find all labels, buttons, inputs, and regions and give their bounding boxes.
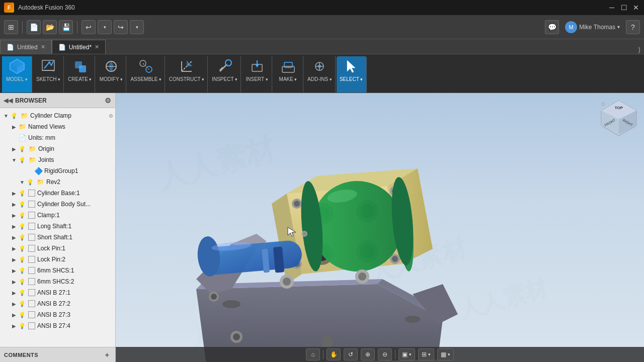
eye-origin-icon[interactable]: 💡 [18, 145, 26, 153]
expand-ansi-b-27-1[interactable]: ▶ [10, 287, 18, 298]
checkbox-ansi-b-27-4[interactable] [28, 322, 35, 329]
collapse-browser-button[interactable]: ◀◀ [4, 97, 12, 105]
tab-untitled-modified[interactable]: 📄 Untitled* ✕ [52, 40, 106, 54]
ribbon-group-sketch[interactable]: SKETCH [33, 56, 64, 93]
tree-item-lock-pin-1[interactable]: ▶ 💡 Lock Pin:1 [0, 243, 115, 254]
undo-dropdown[interactable]: ▾ [98, 20, 112, 34]
checkbox-cylinder-body[interactable] [28, 201, 35, 208]
expand-long-shaft[interactable]: ▶ [10, 221, 18, 232]
tree-item-lock-pin-2[interactable]: ▶ 💡 Lock Pin:2 [0, 254, 115, 265]
tree-item-ansi-b-27-1[interactable]: ▶ 💡 ANSI B 27:1 [0, 287, 115, 298]
expand-cylinder-base[interactable]: ▶ [10, 188, 18, 199]
tree-item-joints[interactable]: ▼ 💡 📁 Joints [0, 154, 115, 165]
visual-style-button[interactable]: ▦ ▾ [437, 348, 454, 360]
comments-button[interactable]: 💬 [545, 20, 559, 34]
tree-item-short-shaft[interactable]: ▶ 💡 Short Shaft:1 [0, 232, 115, 243]
checkbox-6mm-shcs-2[interactable] [28, 278, 35, 285]
checkbox-lock-pin-2[interactable] [28, 256, 35, 263]
home-view-button[interactable]: ⌂ [306, 348, 320, 360]
tree-item-ansi-b-27-3[interactable]: ▶ 💡 ANSI B 27:3 [0, 309, 115, 320]
tree-item-units[interactable]: ▶ 📄 Units: mm [0, 132, 115, 143]
help-button[interactable]: ? [626, 20, 640, 34]
expand-origin[interactable]: ▶ [10, 143, 18, 154]
eye-cylinder-body-icon[interactable]: 💡 [18, 200, 26, 208]
tree-item-clamp[interactable]: ▶ 💡 Clamp:1 [0, 210, 115, 221]
expand-ansi-b-27-3[interactable]: ▶ [10, 309, 18, 320]
new-button[interactable]: 📄 [27, 20, 41, 34]
expand-lock-pin-2[interactable]: ▶ [10, 254, 18, 265]
eye-ansi-b-27-1-icon[interactable]: 💡 [18, 289, 26, 297]
add-comment-button[interactable]: + [103, 351, 111, 359]
eye-short-shaft-icon[interactable]: 💡 [18, 233, 26, 241]
tree-item-named-views[interactable]: ▶ 📁 Named Views [0, 121, 115, 132]
close-button[interactable]: ✕ [632, 4, 640, 12]
open-button[interactable]: 📂 [43, 20, 57, 34]
eye-ansi-b-27-2-icon[interactable]: 💡 [18, 300, 26, 308]
checkbox-long-shaft[interactable] [28, 223, 35, 230]
eye-long-shaft-icon[interactable]: 💡 [18, 222, 26, 230]
tree-item-cylinder-base[interactable]: ▶ 💡 Cylinder Base:1 [0, 188, 115, 199]
expand-rev2[interactable]: ▼ [18, 176, 26, 188]
ribbon-group-construct[interactable]: CONSTRUCT [166, 56, 208, 93]
tab-close-untitled-modified[interactable]: ✕ [95, 44, 99, 50]
ribbon-group-modify[interactable]: MODIFY [96, 56, 126, 93]
zoom-out-button[interactable]: ⊖ [378, 348, 392, 360]
tab-overflow-button[interactable]: ⟩ [634, 46, 644, 54]
orbit-button[interactable]: ↺ [344, 348, 358, 360]
pan-button[interactable]: ✋ [327, 348, 341, 360]
tree-item-rigid-group[interactable]: ▶ 🔷 RigidGroup1 [0, 165, 115, 176]
grid-button[interactable]: ⊞ ▾ [418, 348, 434, 360]
eye-lock-pin-1-icon[interactable]: 💡 [18, 244, 26, 252]
ribbon-group-create[interactable]: CREATE [65, 56, 95, 93]
eye-rev2-icon[interactable]: 💡 [26, 178, 34, 186]
minimize-button[interactable]: ─ [608, 4, 616, 12]
eye-lock-pin-2-icon[interactable]: 💡 [18, 255, 26, 263]
save-button[interactable]: 💾 [59, 20, 73, 34]
ribbon-group-add-ins[interactable]: ADD-INS [304, 56, 336, 93]
tree-item-rev2[interactable]: ▼ 💡 📁 Rev2 [0, 176, 115, 188]
user-dropdown-icon[interactable]: ▾ [617, 24, 620, 30]
tree-item-ansi-b-27-2[interactable]: ▶ 💡 ANSI B 27:2 [0, 298, 115, 309]
redo-button[interactable]: ↪ [114, 20, 128, 34]
eye-6mm-shcs-2-icon[interactable]: 💡 [18, 278, 26, 286]
tree-item-6mm-shcs-2[interactable]: ▶ 💡 6mm SHCS:2 [0, 276, 115, 287]
expand-cylinder-body[interactable]: ▶ [10, 199, 18, 210]
tab-untitled[interactable]: 📄 Untitled ✕ [0, 40, 52, 54]
checkbox-cylinder-base[interactable] [28, 190, 35, 197]
ribbon-group-make[interactable]: MAKE [273, 56, 303, 93]
expand-ansi-b-27-2[interactable]: ▶ [10, 298, 18, 309]
tree-item-long-shaft[interactable]: ▶ 💡 Long Shaft:1 [0, 221, 115, 232]
eye-cylinder-base-icon[interactable]: 💡 [18, 189, 26, 197]
navigation-cube[interactable]: TOP RIGHT FRONT ⌂ [599, 98, 639, 138]
undo-button[interactable]: ↩ [82, 20, 96, 34]
ribbon-group-inspect[interactable]: INSPECT [209, 56, 241, 93]
checkbox-ansi-b-27-1[interactable] [28, 289, 35, 296]
tree-item-ansi-b-27-4[interactable]: ▶ 💡 ANSI B 27:4 [0, 320, 115, 331]
redo-dropdown[interactable]: ▾ [130, 20, 144, 34]
display-mode-button[interactable]: ▣ ▾ [398, 348, 415, 360]
checkbox-6mm-shcs-1[interactable] [28, 267, 35, 274]
cylinder-clamp-settings-icon[interactable]: ⚙ [109, 113, 113, 119]
checkbox-ansi-b-27-2[interactable] [28, 300, 35, 307]
tree-item-cylinder-clamp[interactable]: ▼ 💡 📁 Cylinder Clamp ⚙ [0, 110, 115, 121]
ribbon-group-assemble[interactable]: ASSEMBLE [127, 56, 165, 93]
expand-lock-pin-1[interactable]: ▶ [10, 243, 18, 254]
eye-joints-icon[interactable]: 💡 [18, 156, 26, 164]
eye-6mm-shcs-1-icon[interactable]: 💡 [18, 266, 26, 275]
tree-item-6mm-shcs-1[interactable]: ▶ 💡 6mm SHCS:1 [0, 265, 115, 276]
expand-clamp[interactable]: ▶ [10, 210, 18, 221]
expand-cylinder-clamp[interactable]: ▼ [2, 110, 10, 121]
expand-ansi-b-27-4[interactable]: ▶ [10, 320, 18, 331]
checkbox-short-shaft[interactable] [28, 234, 35, 241]
expand-6mm-shcs-2[interactable]: ▶ [10, 276, 18, 287]
ribbon-group-insert[interactable]: INSERT [242, 56, 272, 93]
checkbox-lock-pin-1[interactable] [28, 245, 35, 252]
zoom-in-button[interactable]: ⊕ [361, 348, 375, 360]
expand-short-shaft[interactable]: ▶ [10, 232, 18, 243]
ribbon-group-model[interactable]: MODEL [2, 56, 32, 93]
eye-clamp-icon[interactable]: 💡 [18, 211, 26, 219]
eye-ansi-b-27-4-icon[interactable]: 💡 [18, 322, 26, 330]
expand-named-views[interactable]: ▶ [10, 121, 18, 132]
tab-close-untitled[interactable]: ✕ [41, 44, 45, 50]
expand-6mm-shcs-1[interactable]: ▶ [10, 265, 18, 276]
